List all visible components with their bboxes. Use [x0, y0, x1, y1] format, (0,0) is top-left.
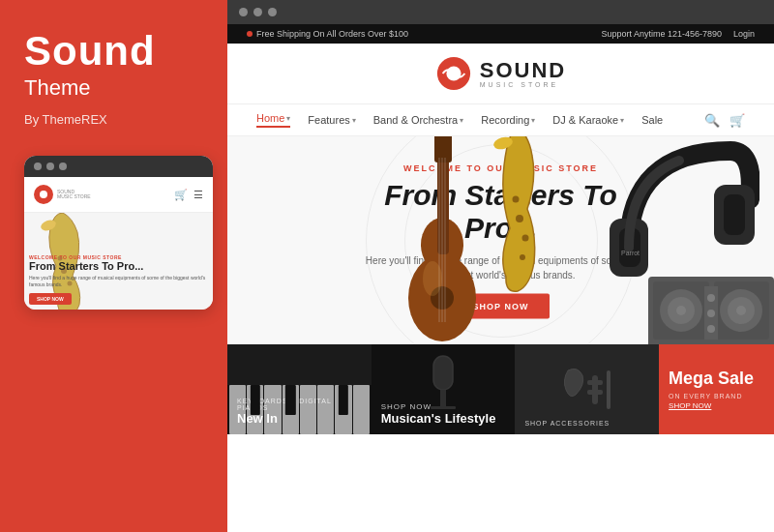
card-lifestyle[interactable]: SHOP NOW Musican's Lifestyle: [372, 344, 516, 434]
store-tagline: MUSIC STORE: [480, 81, 566, 88]
card-2-label: SHOP NOW: [381, 402, 506, 411]
browser-chrome: [227, 0, 774, 24]
cart-icon[interactable]: 🛒: [729, 113, 745, 128]
svg-point-19: [423, 261, 442, 296]
mobile-menu-icon: ☰: [194, 189, 203, 201]
card-3-overlay: Shop Accessories: [515, 344, 659, 434]
nav-recording-arrow: ▾: [531, 116, 535, 125]
announcement-text: Free Shipping On All Orders Over $100: [256, 29, 408, 39]
svg-point-9: [513, 196, 520, 203]
mobile-nav-icons: 🛒 ☰: [174, 189, 203, 201]
svg-point-35: [707, 294, 715, 302]
card-sale[interactable]: Mega Sale On Every Brand SHOP NOW: [659, 344, 774, 434]
nav-home-arrow: ▾: [286, 114, 290, 123]
mobile-preview: SOUND MUSIC STORE 🛒 ☰ WELCOME TO OUR MUS…: [24, 156, 213, 310]
mobile-logo: SOUND MUSIC STORE: [34, 185, 91, 204]
store-nav: Home ▾ Features ▾ Band & Orchestra ▾ Rec…: [227, 104, 774, 136]
hero-guitar: [392, 136, 493, 344]
theme-title: Sound: [24, 29, 203, 74]
mobile-topbar: [24, 156, 213, 177]
svg-point-8: [522, 235, 529, 242]
svg-point-10: [520, 254, 525, 260]
mobile-brand: SOUND MUSIC STORE: [57, 190, 91, 199]
mobile-logo-icon: [34, 185, 53, 204]
svg-rect-23: [724, 194, 745, 235]
card-keyboards[interactable]: Keyboards & Digital Pianos New In: [227, 344, 372, 434]
svg-point-30: [676, 306, 686, 315]
nav-dj[interactable]: DJ & Karaoke ▾: [552, 114, 624, 126]
mobile-hero-text: WELCOME TO OUR MUSIC STORE From Starters…: [29, 254, 208, 305]
announcement-right: Support Anytime 121-456-7890 Login: [601, 29, 755, 39]
nav-features-arrow: ▾: [352, 116, 356, 125]
logo-text: SOUND MUSIC STORE: [480, 60, 566, 88]
announcement-left: Free Shipping On All Orders Over $100: [247, 29, 408, 39]
card-2-overlay: SHOP NOW Musican's Lifestyle: [372, 344, 516, 434]
mobile-dot-1: [34, 163, 42, 170]
card-3-label: Shop Accessories: [524, 420, 649, 427]
card-2-title: Musican's Lifestyle: [381, 411, 506, 427]
search-icon[interactable]: 🔍: [704, 113, 720, 128]
right-panel: Free Shipping On All Orders Over $100 Su…: [227, 0, 774, 532]
store-logo: SOUND MUSIC STORE: [435, 55, 566, 92]
nav-band-arrow: ▾: [460, 116, 463, 125]
svg-point-36: [707, 310, 715, 317]
nav-recording[interactable]: Recording ▾: [481, 114, 535, 126]
mobile-hero: WELCOME TO OUR MUSIC STORE From Starters…: [24, 213, 213, 310]
support-text: Support Anytime 121-456-7890: [601, 29, 722, 39]
mobile-dot-2: [46, 163, 54, 170]
browser-dot-1: [239, 8, 248, 16]
svg-point-7: [516, 215, 523, 222]
svg-point-33: [736, 306, 746, 315]
browser-dot-3: [268, 8, 277, 16]
store-header: SOUND MUSIC STORE: [227, 44, 774, 104]
svg-point-37: [707, 325, 715, 333]
mobile-cart-icon: 🛒: [174, 189, 188, 201]
card-4-title: Mega Sale: [669, 369, 764, 390]
hero-saxophone: [489, 136, 542, 315]
mobile-shop-button[interactable]: SHOP NOW: [29, 293, 72, 305]
theme-subtitle: Theme: [24, 75, 203, 101]
mobile-nav: SOUND MUSIC STORE 🛒 ☰: [24, 177, 213, 213]
card-4-shop-link[interactable]: SHOP NOW: [669, 401, 764, 410]
svg-text:Parrot: Parrot: [621, 250, 640, 256]
nav-home[interactable]: Home ▾: [256, 112, 290, 128]
mobile-desc: Here you'll find a huge range of musical…: [29, 275, 208, 287]
hero-dj-equipment: [648, 257, 774, 344]
announce-dot: [247, 31, 253, 37]
nav-sale[interactable]: Sale: [641, 114, 663, 126]
nav-band[interactable]: Band & Orchestra ▾: [373, 114, 463, 126]
nav-icons: 🔍 🛒: [704, 113, 745, 128]
card-1-overlay: Keyboards & Digital Pianos New In: [227, 344, 372, 434]
left-panel: Sound Theme By ThemeREX SOUND MUSIC STOR…: [0, 0, 227, 532]
login-link[interactable]: Login: [733, 29, 755, 39]
card-4-label: On Every Brand: [669, 393, 764, 399]
hero-section: Parrot: [227, 136, 774, 344]
store-name: SOUND: [480, 60, 566, 81]
mobile-heading: From Starters To Pro...: [29, 260, 208, 273]
mobile-dot-3: [59, 163, 67, 170]
announcement-bar: Free Shipping On All Orders Over $100 Su…: [227, 24, 774, 44]
browser-dot-2: [253, 8, 262, 16]
card-4-overlay: Mega Sale On Every Brand SHOP NOW: [659, 344, 774, 434]
nav-dj-arrow: ▾: [620, 116, 624, 125]
theme-author: By ThemeREX: [24, 112, 203, 127]
card-accessories[interactable]: Shop Accessories: [515, 344, 659, 434]
bottom-cards: Keyboards & Digital Pianos New In SHOP N…: [227, 344, 774, 434]
nav-features[interactable]: Features ▾: [308, 114, 355, 126]
logo-icon: [435, 55, 472, 92]
svg-rect-14: [434, 136, 452, 163]
